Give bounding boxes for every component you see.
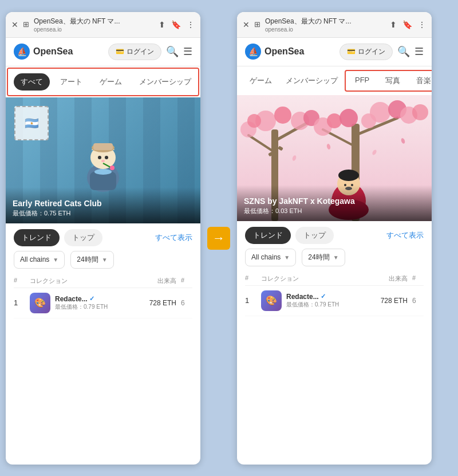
right-url-area: OpenSea、最大の NFT マ... opensea.io: [265, 17, 385, 33]
left-top-tab[interactable]: トップ: [64, 229, 102, 246]
right-browser-bar: ✕ ⊞ OpenSea、最大の NFT マ... opensea.io ⬆ 🔖 …: [237, 12, 432, 38]
left-row-rank: 1: [14, 298, 25, 307]
left-login-button[interactable]: 💳 ログイン: [108, 44, 161, 60]
left-phone: ✕ ⊞ OpenSea、最大の NFT マ... opensea.io ⬆ 🔖 …: [6, 12, 200, 465]
right-tab-game[interactable]: ゲーム: [243, 72, 279, 89]
right-tab-membership[interactable]: メンバーシップ: [279, 72, 345, 89]
svg-point-7: [105, 156, 108, 159]
right-menu-icon[interactable]: ☰: [414, 45, 424, 58]
left-tabs-icon[interactable]: ⊞: [23, 20, 29, 29]
left-hero-stamp: 🇦🇷: [14, 106, 49, 140]
left-col-volume: 出来高: [131, 277, 176, 285]
right-tabs-icon[interactable]: ⊞: [254, 20, 260, 29]
left-verified-badge: ✓: [89, 295, 94, 302]
right-row-rank: 1: [245, 296, 256, 305]
right-collection-price: 最低価格：0.03 ETH: [244, 207, 425, 215]
right-bookmark-icon[interactable]: 🔖: [402, 20, 412, 29]
left-collection-price: 最低価格：0.75 ETH: [13, 209, 194, 218]
svg-point-37: [339, 109, 358, 127]
right-trend-tab[interactable]: トレンド: [245, 227, 291, 244]
right-trend-section: トレンド トップ すべて表示 All chains ▼ 24時間 ▼ # コレク…: [237, 221, 432, 322]
right-hero-image: SZNS by JakNFT x Kotegawa 最低価格：0.03 ETH: [237, 95, 432, 221]
left-tab-membership[interactable]: メンバーシップ: [132, 73, 198, 91]
right-search-icon[interactable]: 🔍: [397, 45, 410, 58]
right-col-volume-val: 728 ETH: [362, 297, 408, 305]
left-trend-section: トレンド トップ すべて表示 All chains ▼ 24時間 ▼ # コレク…: [6, 223, 200, 324]
right-chain-filter[interactable]: All chains ▼: [245, 249, 296, 266]
right-share-icon[interactable]: ⬆: [390, 20, 397, 29]
right-tab-music[interactable]: 音楽: [409, 72, 432, 89]
main-container: ✕ ⊞ OpenSea、最大の NFT マ... opensea.io ⬆ 🔖 …: [0, 0, 458, 476]
left-close-icon[interactable]: ✕: [11, 20, 18, 29]
left-chain-label: All chains: [20, 255, 49, 263]
arrow-box: →: [207, 227, 230, 250]
left-tab-game[interactable]: ゲーム: [93, 73, 129, 91]
right-tab-pfp[interactable]: PFP: [348, 72, 376, 89]
left-chain-filter[interactable]: All chains ▼: [14, 251, 65, 269]
right-col-num-val: 6: [412, 297, 424, 305]
left-url-area: OpenSea、最大の NFT マ... opensea.io: [34, 17, 154, 33]
right-opensea-logo-icon: ⛵: [245, 44, 261, 60]
svg-point-35: [412, 104, 428, 120]
left-nav-tabs: すべて アート ゲーム メンバーシップ P: [7, 68, 199, 96]
left-hero-image: 🇦🇷: [6, 97, 200, 223]
left-more-icon[interactable]: ⋮: [187, 20, 195, 29]
left-filter-row: All chains ▼ 24時間 ▼: [14, 251, 192, 269]
right-close-icon[interactable]: ✕: [243, 20, 250, 29]
svg-point-14: [94, 169, 112, 175]
right-highlighted-tabs: PFP 写真 音楽: [345, 70, 432, 92]
left-collection-thumb: 🎨: [30, 293, 50, 313]
right-opensea-logo-text: OpenSea: [264, 46, 304, 57]
right-verified-badge: ✓: [321, 293, 326, 300]
svg-rect-46: [343, 171, 354, 180]
right-col-volume: 出来高: [362, 274, 408, 283]
left-table-row-1[interactable]: 1 🎨 Redacte... ✓ 最低価格：0.79 ETH 728 ETH 6: [14, 288, 192, 318]
right-chain-label: All chains: [251, 253, 281, 261]
right-login-label: ログイン: [358, 47, 385, 57]
right-table-row-1[interactable]: 1 🎨 Redacte... ✓ 最低価格：0.79 ETH 728 ETH 6: [245, 286, 424, 316]
left-action-icons: ⬆ 🔖 ⋮: [159, 20, 195, 29]
right-login-button[interactable]: 💳 ログイン: [339, 44, 393, 60]
left-col-price: 最低価格：0.79 ETH: [55, 303, 108, 311]
right-top-tab[interactable]: トップ: [295, 227, 334, 244]
left-cat-character: [77, 126, 129, 195]
left-col-volume-val: 728 ETH: [131, 299, 176, 307]
left-opensea-logo: ⛵ OpenSea: [14, 44, 73, 60]
left-page-title: OpenSea、最大の NFT マ...: [34, 17, 154, 26]
left-url-text: opensea.io: [34, 26, 154, 33]
right-time-chevron: ▼: [333, 254, 339, 261]
right-time-filter[interactable]: 24時間 ▼: [302, 249, 345, 266]
right-page-title: OpenSea、最大の NFT マ...: [265, 17, 385, 26]
right-chain-chevron: ▼: [284, 254, 290, 261]
left-search-icon[interactable]: 🔍: [166, 45, 179, 58]
right-collection-info: 🎨 Redacte... ✓ 最低価格：0.79 ETH: [261, 290, 357, 311]
left-table-header: # コレクション 出来高 #: [14, 274, 192, 288]
right-time-label: 24時間: [308, 253, 329, 262]
left-trend-tab[interactable]: トレンド: [14, 229, 60, 246]
left-time-chevron: ▼: [102, 257, 108, 263]
svg-point-25: [274, 107, 291, 124]
right-see-all[interactable]: すべて表示: [386, 230, 424, 241]
left-share-icon[interactable]: ⬆: [159, 20, 165, 29]
right-filter-row: All chains ▼ 24時間 ▼: [245, 249, 424, 266]
right-tab-photos[interactable]: 写真: [378, 72, 407, 89]
left-opensea-header: ⛵ OpenSea 💳 ログイン 🔍 ☰: [6, 38, 200, 66]
left-opensea-logo-text: OpenSea: [33, 46, 73, 57]
left-opensea-logo-icon: ⛵: [14, 44, 30, 60]
left-time-filter[interactable]: 24時間 ▼: [70, 251, 113, 269]
svg-rect-10: [93, 143, 113, 150]
left-col-num: #: [181, 277, 192, 285]
left-bookmark-icon[interactable]: 🔖: [171, 20, 181, 29]
right-table-header: # コレクション 出来高 #: [245, 272, 424, 286]
svg-point-29: [247, 114, 261, 128]
left-chain-chevron: ▼: [53, 257, 58, 263]
left-see-all[interactable]: すべて表示: [155, 233, 192, 243]
left-tab-art[interactable]: アート: [53, 73, 89, 91]
right-more-icon[interactable]: ⋮: [418, 20, 426, 29]
right-col-hash: #: [245, 274, 256, 283]
left-menu-icon[interactable]: ☰: [183, 45, 192, 58]
left-tab-all[interactable]: すべて: [14, 73, 50, 91]
right-hero-section: SZNS by JakNFT x Kotegawa 最低価格：0.03 ETH: [237, 95, 432, 221]
svg-point-31: [327, 113, 342, 128]
left-browser-bar: ✕ ⊞ OpenSea、最大の NFT マ... opensea.io ⬆ 🔖 …: [6, 12, 200, 38]
